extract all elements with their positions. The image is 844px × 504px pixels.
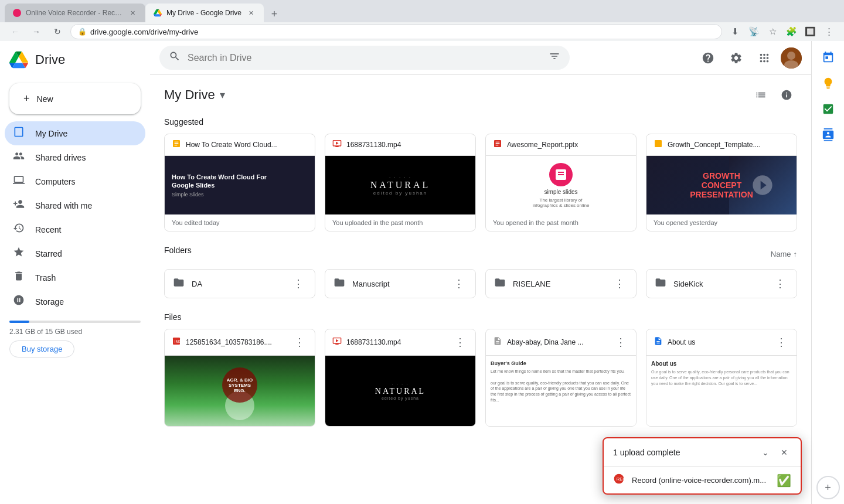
upload-close-button[interactable]: ✕ — [777, 445, 791, 459]
right-icon-keep[interactable] — [816, 71, 840, 95]
file-card-4[interactable]: About us ⋮ About us Our goal is to serve… — [646, 329, 797, 427]
card-4-title: Growth_Concept_Template.... — [668, 141, 789, 149]
file-2-icon — [332, 336, 342, 348]
folder-da-more[interactable]: ⋮ — [290, 275, 307, 292]
sidebar-label-starred: Starred — [35, 249, 138, 258]
file-1-more[interactable]: ⋮ — [291, 334, 308, 350]
file-1-header: IMG 125851634_1035783186.... ⋮ — [165, 329, 315, 356]
file-1-preview: AGR. & BIO SYSTEMS ENG. — [165, 356, 315, 426]
sidebar-header: Drive — [0, 46, 150, 79]
folder-da-name: DA — [192, 280, 283, 288]
preview-sub: Simple Slides — [172, 192, 204, 197]
sidebar-item-trash[interactable]: Trash — [5, 265, 145, 290]
sort-label[interactable]: Name ↑ — [771, 250, 797, 258]
cast-icon[interactable]: 📡 — [746, 23, 762, 40]
file-3-icon — [493, 336, 502, 348]
abay-text: Let me know things to name item so that … — [491, 369, 631, 403]
folder-riselane[interactable]: RISELANE ⋮ — [485, 269, 637, 298]
file-card-3[interactable]: Abay-abay, Dina Jane ... ⋮ Buyer's Guide… — [485, 329, 637, 427]
right-icon-contacts[interactable] — [816, 123, 840, 147]
shared-with-me-icon — [12, 198, 26, 213]
sidebar: Drive + New My Drive Shared drives — [0, 41, 150, 504]
filter-icon[interactable] — [549, 50, 560, 65]
extension-icon[interactable]: 🧩 — [783, 23, 799, 40]
browser-tab-inactive[interactable]: Online Voice Recorder - Record ✕ — [5, 4, 145, 22]
page-title-dropdown[interactable]: ▾ — [220, 88, 225, 101]
folders-grid: DA ⋮ Manuscript ⋮ RISELANE ⋮ — [164, 269, 797, 298]
refresh-button[interactable]: ↻ — [49, 23, 66, 40]
suggested-card-2[interactable]: 1688731130.mp4 · · · · · NATURAL edited … — [325, 134, 476, 231]
toolbar-actions: ⬇ 📡 ☆ 🧩 🔲 ⋮ — [727, 23, 837, 40]
tab-close-1[interactable]: ✕ — [128, 8, 137, 18]
card-3-icon — [493, 139, 502, 151]
sidebar-item-recent[interactable]: Recent — [5, 217, 145, 241]
card-2-preview: · · · · · NATURAL edited by yushan — [325, 156, 475, 214]
search-input[interactable] — [188, 53, 542, 63]
suggested-card-3[interactable]: Awesome_Report.pptx simple slides The la… — [485, 134, 637, 231]
info-icon[interactable] — [776, 84, 797, 105]
new-tab-button[interactable]: + — [266, 6, 283, 22]
sidebar-item-shared-with-me[interactable]: Shared with me — [5, 193, 145, 217]
folder-sidekick[interactable]: SideKick ⋮ — [646, 269, 797, 298]
folder-manuscript-icon — [333, 277, 345, 291]
simple-slides-name: simple slides — [544, 189, 577, 195]
sidebar-item-my-drive[interactable]: My Drive — [5, 121, 145, 145]
sidebar-item-shared-drives[interactable]: Shared drives — [5, 145, 145, 169]
computers-icon — [12, 174, 26, 189]
settings-icon[interactable] — [724, 46, 748, 70]
app-title: Drive — [35, 52, 65, 67]
browser-tab-active[interactable]: My Drive - Google Drive ✕ — [145, 4, 264, 22]
search-bar[interactable] — [159, 46, 570, 70]
plus-icon: + — [23, 93, 30, 105]
about-us-title: About us — [651, 360, 792, 367]
search-icon — [169, 50, 181, 65]
folders-section-title: Folders — [164, 246, 192, 255]
suggested-card-1[interactable]: How To Create Word Cloud... How To Creat… — [164, 134, 315, 231]
folder-manuscript-name: Manuscript — [352, 280, 444, 288]
download-icon[interactable]: ⬇ — [727, 23, 743, 40]
puzzle-icon[interactable]: 🔲 — [802, 23, 818, 40]
back-button: ← — [7, 23, 23, 40]
tab-close-2[interactable]: ✕ — [246, 8, 256, 18]
sidebar-item-starred[interactable]: Starred — [5, 241, 145, 265]
storage-section: 2.31 GB of 15 GB used Buy storage — [0, 314, 150, 365]
list-view-icon[interactable] — [750, 84, 771, 105]
folder-da[interactable]: DA ⋮ — [164, 269, 315, 298]
star-icon[interactable]: ☆ — [764, 23, 781, 40]
right-icon-calendar[interactable] — [816, 46, 840, 69]
top-header — [150, 41, 811, 75]
file-natural-dots: · · · · — [392, 382, 409, 387]
card-4-footer: You opened yesterday — [646, 214, 797, 231]
upload-item: REC Record (online-voice-recorder.com).m… — [604, 467, 801, 493]
sidebar-item-computers[interactable]: Computers — [5, 169, 145, 193]
right-icon-add[interactable]: + — [816, 476, 840, 499]
file-3-title: Abay-abay, Dina Jane ... — [507, 338, 608, 346]
address-bar[interactable]: 🔒 drive.google.com/drive/my-drive — [70, 24, 722, 39]
folder-sidekick-more[interactable]: ⋮ — [772, 275, 788, 292]
help-icon[interactable] — [696, 46, 720, 70]
grid-icon[interactable] — [753, 46, 776, 70]
folder-manuscript-more[interactable]: ⋮ — [451, 275, 467, 292]
upload-collapse-button[interactable]: ⌄ — [758, 445, 772, 459]
file-3-more[interactable]: ⋮ — [612, 334, 629, 350]
avatar[interactable] — [781, 47, 802, 69]
buy-storage-button[interactable]: Buy storage — [9, 340, 74, 357]
file-card-1[interactable]: IMG 125851634_1035783186.... ⋮ AGR. & BI… — [164, 329, 315, 427]
upload-title: 1 upload complete — [613, 448, 758, 457]
sidebar-label-my-drive: My Drive — [35, 129, 138, 138]
right-icon-tasks[interactable] — [816, 97, 840, 121]
page-header: My Drive ▾ — [164, 84, 797, 105]
shared-drives-icon — [12, 150, 26, 165]
card-3-preview: simple slides The largest library ofinfo… — [486, 156, 636, 214]
folder-manuscript[interactable]: Manuscript ⋮ — [325, 269, 476, 298]
file-2-more[interactable]: ⋮ — [452, 334, 468, 350]
folder-riselane-more[interactable]: ⋮ — [611, 275, 628, 292]
new-button[interactable]: + New — [9, 83, 141, 114]
file-4-more[interactable]: ⋮ — [773, 334, 789, 350]
sidebar-item-storage[interactable]: Storage — [5, 290, 145, 314]
suggested-card-4[interactable]: Growth_Concept_Template.... GROWTHCONCEP… — [646, 134, 797, 231]
forward-button[interactable]: → — [28, 23, 45, 40]
file-card-2[interactable]: 1688731130.mp4 ⋮ · · · · NATURAL edited … — [325, 329, 476, 427]
storage-text: 2.31 GB of 15 GB used — [9, 328, 141, 336]
menu-icon[interactable]: ⋮ — [821, 23, 837, 40]
